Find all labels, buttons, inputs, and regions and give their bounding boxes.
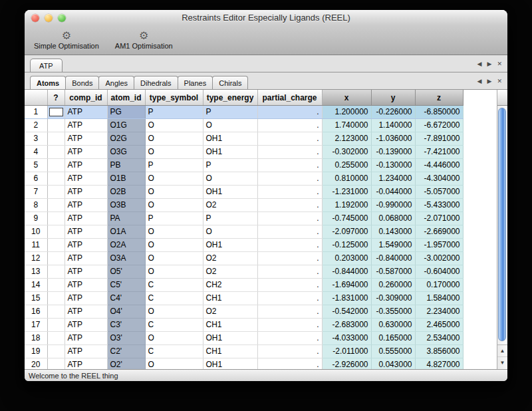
cell-partial-charge[interactable]: . xyxy=(257,212,322,225)
cell-z[interactable]: -1.957000 xyxy=(415,239,463,252)
cell-atom-id[interactable]: PA xyxy=(107,212,145,225)
cell-y[interactable]: 1.549000 xyxy=(371,239,415,252)
row-number[interactable]: 10 xyxy=(25,225,47,239)
cell-partial-charge[interactable]: . xyxy=(257,345,322,358)
cell-x[interactable]: 1.192000 xyxy=(322,199,371,212)
cell-editor[interactable] xyxy=(49,108,63,116)
cell-z[interactable]: 3.856000 xyxy=(415,345,463,358)
cell-x[interactable]: -2.097000 xyxy=(322,225,371,239)
cell-atom-id[interactable]: O1A xyxy=(107,225,145,239)
row-number[interactable]: 11 xyxy=(25,239,47,252)
cell-type-energy[interactable]: OH1 xyxy=(203,186,257,199)
table-row[interactable]: 20ATPO2'OOH1.-2.9260000.0430004.827000 xyxy=(25,358,463,370)
cell-type-symbol[interactable]: O xyxy=(145,186,203,199)
cell-partial-charge[interactable]: . xyxy=(257,132,322,146)
cell-comp-id[interactable]: ATP xyxy=(65,305,107,319)
cell-y[interactable]: -0.139000 xyxy=(371,146,415,159)
cell-z[interactable]: 0.170000 xyxy=(415,279,463,292)
table-row[interactable]: 12ATPO3AOO2.0.203000-0.840000-3.002000 xyxy=(25,252,463,265)
row-number[interactable]: 5 xyxy=(25,159,47,172)
cell-type-symbol[interactable]: O xyxy=(145,146,203,159)
cell-x[interactable]: -2.011000 xyxy=(322,345,371,358)
cell-comp-id[interactable]: ATP xyxy=(65,106,107,119)
cell-type-symbol[interactable]: P xyxy=(145,159,203,172)
cell-atom-id[interactable]: C2' xyxy=(107,345,145,358)
cell-z[interactable]: -6.850000 xyxy=(415,106,463,119)
cell-z[interactable]: 4.827000 xyxy=(415,358,463,370)
row-number[interactable]: 3 xyxy=(25,132,47,146)
cell-type-energy[interactable]: O2 xyxy=(203,305,257,319)
cell-type-energy[interactable]: OH1 xyxy=(203,146,257,159)
cell-comp-id[interactable]: ATP xyxy=(65,239,107,252)
cell-comp-id[interactable]: ATP xyxy=(65,225,107,239)
cell-partial-charge[interactable]: . xyxy=(257,146,322,159)
cell-partial-charge[interactable]: . xyxy=(257,172,322,186)
cell-partial-charge[interactable]: . xyxy=(257,239,322,252)
table-row[interactable]: 4ATPO3GOOH1.-0.302000-0.139000-7.421000 xyxy=(25,146,463,159)
tab-close-icon[interactable]: ✕ xyxy=(497,61,502,67)
cell-flag[interactable] xyxy=(47,252,65,265)
tab-close-icon[interactable]: ✕ xyxy=(497,78,502,84)
row-number[interactable]: 16 xyxy=(25,305,47,319)
cell-type-symbol[interactable]: C xyxy=(145,279,203,292)
table-row[interactable]: 9ATPPAPP.-0.7450000.068000-2.071000 xyxy=(25,212,463,225)
cell-z[interactable]: -5.433000 xyxy=(415,199,463,212)
cell-x[interactable]: -1.231000 xyxy=(322,186,371,199)
scrollbar-thumb[interactable] xyxy=(498,108,506,341)
cell-comp-id[interactable]: ATP xyxy=(65,332,107,345)
cell-flag[interactable] xyxy=(47,212,65,225)
cell-z[interactable]: 2.534000 xyxy=(415,332,463,345)
cell-comp-id[interactable]: ATP xyxy=(65,159,107,172)
col-header-type-symbol[interactable]: type_symbol xyxy=(145,90,203,106)
cell-y[interactable]: -0.355000 xyxy=(371,305,415,319)
cell-type-energy[interactable]: O2 xyxy=(203,199,257,212)
cell-type-symbol[interactable]: O xyxy=(145,265,203,279)
tab-angles[interactable]: Angles xyxy=(98,76,134,89)
row-number[interactable]: 7 xyxy=(25,186,47,199)
cell-partial-charge[interactable]: . xyxy=(257,225,322,239)
cell-y[interactable]: -1.036000 xyxy=(371,132,415,146)
tab-scroll-right-icon[interactable]: ▶ xyxy=(487,61,492,67)
table-row[interactable]: 6ATPO1BOO.0.8100001.234000-4.304000 xyxy=(25,172,463,186)
simple-optimisation-button[interactable]: ⚙ Simple Optimisation xyxy=(31,29,102,51)
cell-comp-id[interactable]: ATP xyxy=(65,319,107,332)
cell-flag[interactable] xyxy=(47,146,65,159)
cell-flag[interactable] xyxy=(47,225,65,239)
cell-type-symbol[interactable]: O xyxy=(145,252,203,265)
cell-flag[interactable] xyxy=(47,186,65,199)
titlebar[interactable]: Restraints Editor Especially Ligands (RE… xyxy=(25,10,507,25)
cell-type-energy[interactable]: O2 xyxy=(203,265,257,279)
cell-atom-id[interactable]: O1G xyxy=(107,119,145,132)
cell-flag[interactable] xyxy=(47,305,65,319)
cell-partial-charge[interactable]: . xyxy=(257,279,322,292)
cell-flag[interactable] xyxy=(47,332,65,345)
cell-type-symbol[interactable]: P xyxy=(145,212,203,225)
row-number[interactable]: 17 xyxy=(25,319,47,332)
cell-y[interactable]: -0.990000 xyxy=(371,199,415,212)
cell-y[interactable]: 0.260000 xyxy=(371,279,415,292)
cell-y[interactable]: 0.555000 xyxy=(371,345,415,358)
tab-atp[interactable]: ATP xyxy=(30,59,63,72)
cell-type-energy[interactable]: CH1 xyxy=(203,345,257,358)
cell-type-symbol[interactable]: O xyxy=(145,172,203,186)
row-number[interactable]: 18 xyxy=(25,332,47,345)
cell-z[interactable]: -5.057000 xyxy=(415,186,463,199)
cell-atom-id[interactable]: O3A xyxy=(107,252,145,265)
row-number[interactable]: 1 xyxy=(25,106,47,119)
tab-planes[interactable]: Planes xyxy=(178,76,213,89)
row-number[interactable]: 20 xyxy=(25,358,47,370)
cell-type-symbol[interactable]: C xyxy=(145,319,203,332)
cell-x[interactable]: -0.125000 xyxy=(322,239,371,252)
cell-comp-id[interactable]: ATP xyxy=(65,212,107,225)
cell-type-energy[interactable]: OH1 xyxy=(203,358,257,370)
cell-x[interactable]: -0.745000 xyxy=(322,212,371,225)
cell-y[interactable]: 0.068000 xyxy=(371,212,415,225)
cell-y[interactable]: -0.130000 xyxy=(371,159,415,172)
row-number[interactable]: 19 xyxy=(25,345,47,358)
cell-partial-charge[interactable]: . xyxy=(257,305,322,319)
row-number[interactable]: 2 xyxy=(25,119,47,132)
cell-x[interactable]: -2.926000 xyxy=(322,358,371,370)
row-number[interactable]: 9 xyxy=(25,212,47,225)
cell-partial-charge[interactable]: . xyxy=(257,332,322,345)
cell-type-energy[interactable]: P xyxy=(203,212,257,225)
